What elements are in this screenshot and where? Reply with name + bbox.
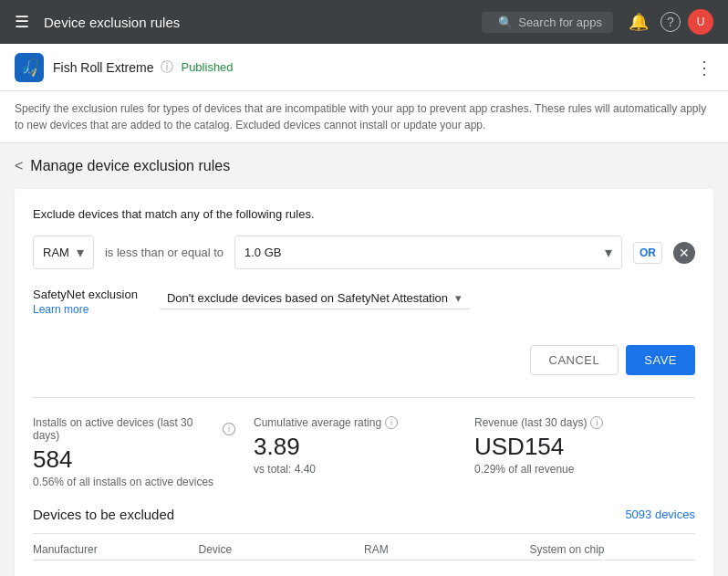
category-arrow-icon: ▾ <box>77 244 84 261</box>
category-label: RAM <box>43 246 69 259</box>
app-icon: 🎣 <box>15 53 44 82</box>
stat-rating-sub: vs total: 4.40 <box>254 463 456 476</box>
top-nav: ☰ Device exclusion rules 🔍 Search for ap… <box>0 0 728 44</box>
category-select[interactable]: RAM ▾ <box>33 236 94 269</box>
stat-installs-info-icon[interactable]: i <box>223 423 235 435</box>
devices-header: Devices to be excluded 5093 devices <box>33 507 695 534</box>
save-button[interactable]: SAVE <box>626 345 695 375</box>
safetynet-label-group: SafetyNet exclusion Learn more <box>33 288 138 316</box>
back-nav[interactable]: < Manage device exclusion rules <box>15 158 713 174</box>
main-content: < Manage device exclusion rules Exclude … <box>0 143 728 576</box>
devices-count: 5093 devices <box>625 508 695 521</box>
help-icon[interactable]: ? <box>660 12 681 32</box>
stats-row: Installs on active devices (last 30 days… <box>33 397 695 488</box>
value-arrow-icon: ▾ <box>605 244 612 261</box>
main-card: Exclude devices that match any of the fo… <box>15 189 713 576</box>
learn-more-link[interactable]: Learn more <box>33 303 138 316</box>
search-bar[interactable]: 🔍 Search for apps <box>482 12 613 33</box>
nav-icons: 🔔 ? U <box>624 7 713 37</box>
stat-installs-sub: 0.56% of all installs on active devices <box>33 476 235 488</box>
published-badge: Published <box>181 60 233 74</box>
app-name: Fish Roll Extreme <box>53 60 153 75</box>
back-arrow-icon: < <box>15 158 23 174</box>
stat-installs: Installs on active devices (last 30 days… <box>33 416 254 488</box>
cancel-button[interactable]: CANCEL <box>530 345 619 375</box>
safetynet-row: SafetyNet exclusion Learn more Don't exc… <box>33 288 695 316</box>
action-row: CANCEL SAVE <box>33 338 695 375</box>
nav-title: Device exclusion rules <box>44 15 482 30</box>
stat-installs-label: Installs on active devices (last 30 days… <box>33 416 235 442</box>
more-options-icon[interactable]: ⋮ <box>695 57 713 79</box>
col-manufacturer: Manufacturer <box>33 543 199 556</box>
safetynet-select-label: Don't exclude devices based on SafetyNet… <box>167 291 448 305</box>
app-header: 🎣 Fish Roll Extreme ⓘ Published ⋮ <box>0 44 728 91</box>
value-select[interactable]: 1.0 GB ▾ <box>234 236 622 269</box>
stat-rating-info-icon[interactable]: i <box>385 416 398 429</box>
back-nav-title: Manage device exclusion rules <box>30 158 230 174</box>
app-icon-emoji: 🎣 <box>19 58 39 78</box>
stat-rating-value: 3.89 <box>254 433 456 461</box>
stat-revenue: Revenue (last 30 days) i USD154 0.29% of… <box>474 416 695 488</box>
stat-rating: Cumulative average rating i 3.89 vs tota… <box>254 416 474 488</box>
col-device: Device <box>199 543 365 556</box>
stat-revenue-info-icon[interactable]: i <box>590 416 603 429</box>
info-banner-text: Specify the exclusion rules for types of… <box>15 102 706 131</box>
notification-icon[interactable]: 🔔 <box>624 7 653 37</box>
stat-rating-label: Cumulative average rating i <box>254 416 456 429</box>
stat-revenue-sub: 0.29% of all revenue <box>474 463 677 476</box>
menu-icon[interactable]: ☰ <box>15 12 29 32</box>
col-soc: System on chip <box>530 543 696 556</box>
devices-title: Devices to be excluded <box>33 507 174 522</box>
info-banner: Specify the exclusion rules for types of… <box>0 91 728 143</box>
operator-label: is less than or equal to <box>105 246 224 259</box>
app-info-icon[interactable]: ⓘ <box>161 59 173 76</box>
avatar[interactable]: U <box>688 9 713 35</box>
safetynet-select[interactable]: Don't exclude devices based on SafetyNet… <box>160 288 469 309</box>
or-badge: OR <box>633 242 662 264</box>
stat-revenue-label: Revenue (last 30 days) i <box>474 416 677 429</box>
search-placeholder: Search for apps <box>518 16 602 29</box>
remove-rule-button[interactable]: ✕ <box>673 242 695 264</box>
col-ram: RAM <box>364 543 530 556</box>
rule-description: Exclude devices that match any of the fo… <box>33 207 695 221</box>
stat-revenue-value: USD154 <box>474 433 677 461</box>
search-icon: 🔍 <box>498 16 513 29</box>
table-header: Manufacturer Device RAM System on chip <box>33 534 695 560</box>
safetynet-arrow-icon: ▾ <box>455 291 462 305</box>
rule-row: RAM ▾ is less than or equal to 1.0 GB ▾ … <box>33 236 695 269</box>
safetynet-title: SafetyNet exclusion <box>33 288 138 301</box>
value-label: 1.0 GB <box>244 246 281 259</box>
stat-installs-value: 584 <box>33 445 235 474</box>
